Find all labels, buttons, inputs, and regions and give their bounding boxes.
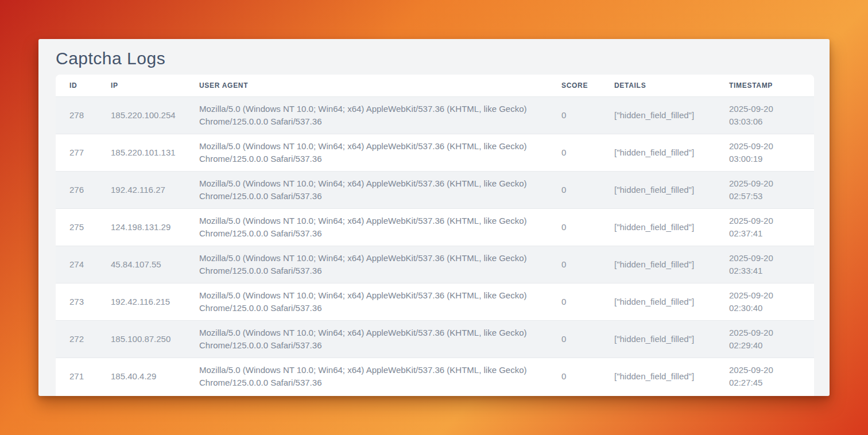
cell-timestamp: 2025-09-20 02:33:41 — [729, 246, 814, 283]
cell-timestamp: 2025-09-20 02:37:41 — [729, 209, 814, 246]
column-header-ip: IP — [111, 75, 199, 97]
cell-user-agent: Mozilla/5.0 (Windows NT 10.0; Win64; x64… — [199, 321, 561, 358]
table-row: 278 185.220.100.254 Mozilla/5.0 (Windows… — [56, 97, 814, 134]
table-row: 276 192.42.116.27 Mozilla/5.0 (Windows N… — [56, 172, 814, 209]
cell-score: 0 — [561, 97, 614, 134]
table-row: 272 185.100.87.250 Mozilla/5.0 (Windows … — [56, 321, 814, 358]
cell-timestamp: 2025-09-20 03:00:19 — [729, 134, 814, 172]
cell-id: 278 — [56, 97, 111, 134]
column-header-id: ID — [56, 75, 111, 97]
cell-score: 0 — [561, 134, 614, 172]
cell-id: 272 — [56, 321, 111, 358]
table-header: ID IP USER AGENT SCORE DETAILS TIMESTAMP — [56, 75, 814, 97]
cell-id: 274 — [56, 246, 111, 283]
cell-user-agent: Mozilla/5.0 (Windows NT 10.0; Win64; x64… — [199, 209, 561, 246]
cell-ip: 124.198.131.29 — [111, 209, 199, 246]
cell-timestamp: 2025-09-20 03:03:06 — [729, 97, 814, 134]
table-row: 273 192.42.116.215 Mozilla/5.0 (Windows … — [56, 283, 814, 321]
table-row: 274 45.84.107.55 Mozilla/5.0 (Windows NT… — [56, 246, 814, 283]
cell-timestamp: 2025-09-20 02:30:40 — [729, 283, 814, 321]
table-row: 275 124.198.131.29 Mozilla/5.0 (Windows … — [56, 209, 814, 246]
cell-user-agent: Mozilla/5.0 (Windows NT 10.0; Win64; x64… — [199, 134, 561, 172]
captcha-logs-table: ID IP USER AGENT SCORE DETAILS TIMESTAMP… — [56, 75, 814, 395]
page-title: Captcha Logs — [56, 46, 814, 70]
cell-details: ["hidden_field_filled"] — [614, 283, 729, 321]
cell-timestamp: 2025-09-20 02:29:40 — [729, 321, 814, 358]
cell-score: 0 — [561, 321, 614, 358]
cell-ip: 185.100.87.250 — [111, 321, 199, 358]
cell-id: 277 — [56, 134, 111, 172]
cell-details: ["hidden_field_filled"] — [614, 321, 729, 358]
cell-ip: 185.220.101.131 — [111, 134, 199, 172]
cell-details: ["hidden_field_filled"] — [614, 134, 729, 172]
cell-id: 275 — [56, 209, 111, 246]
column-header-timestamp: TIMESTAMP — [729, 75, 814, 97]
cell-ip: 192.42.116.215 — [111, 283, 199, 321]
cell-id: 276 — [56, 172, 111, 209]
table-row: 277 185.220.101.131 Mozilla/5.0 (Windows… — [56, 134, 814, 172]
cell-ip: 185.40.4.29 — [111, 358, 199, 395]
cell-score: 0 — [561, 358, 614, 395]
table-row: 271 185.40.4.29 Mozilla/5.0 (Windows NT … — [56, 358, 814, 395]
cell-user-agent: Mozilla/5.0 (Windows NT 10.0; Win64; x64… — [199, 97, 561, 134]
cell-score: 0 — [561, 246, 614, 283]
cell-id: 273 — [56, 283, 111, 321]
column-header-user-agent: USER AGENT — [199, 75, 561, 97]
table-body: 278 185.220.100.254 Mozilla/5.0 (Windows… — [56, 97, 814, 395]
cell-details: ["hidden_field_filled"] — [614, 172, 729, 209]
cell-score: 0 — [561, 283, 614, 321]
cell-timestamp: 2025-09-20 02:27:45 — [729, 358, 814, 395]
table-header-row: ID IP USER AGENT SCORE DETAILS TIMESTAMP — [56, 75, 814, 97]
cell-score: 0 — [561, 172, 614, 209]
cell-user-agent: Mozilla/5.0 (Windows NT 10.0; Win64; x64… — [199, 358, 561, 395]
cell-id: 271 — [56, 358, 111, 395]
cell-ip: 185.220.100.254 — [111, 97, 199, 134]
cell-ip: 192.42.116.27 — [111, 172, 199, 209]
captcha-logs-table-container: ID IP USER AGENT SCORE DETAILS TIMESTAMP… — [56, 75, 814, 396]
column-header-score: SCORE — [561, 75, 614, 97]
cell-user-agent: Mozilla/5.0 (Windows NT 10.0; Win64; x64… — [199, 172, 561, 209]
cell-ip: 45.84.107.55 — [111, 246, 199, 283]
cell-details: ["hidden_field_filled"] — [614, 97, 729, 134]
captcha-logs-card: Captcha Logs ID IP USER AGENT SCORE DETA… — [38, 39, 830, 396]
column-header-details: DETAILS — [614, 75, 729, 97]
cell-user-agent: Mozilla/5.0 (Windows NT 10.0; Win64; x64… — [199, 246, 561, 283]
cell-details: ["hidden_field_filled"] — [614, 246, 729, 283]
cell-timestamp: 2025-09-20 02:57:53 — [729, 172, 814, 209]
cell-details: ["hidden_field_filled"] — [614, 358, 729, 395]
cell-score: 0 — [561, 209, 614, 246]
cell-details: ["hidden_field_filled"] — [614, 209, 729, 246]
cell-user-agent: Mozilla/5.0 (Windows NT 10.0; Win64; x64… — [199, 283, 561, 321]
